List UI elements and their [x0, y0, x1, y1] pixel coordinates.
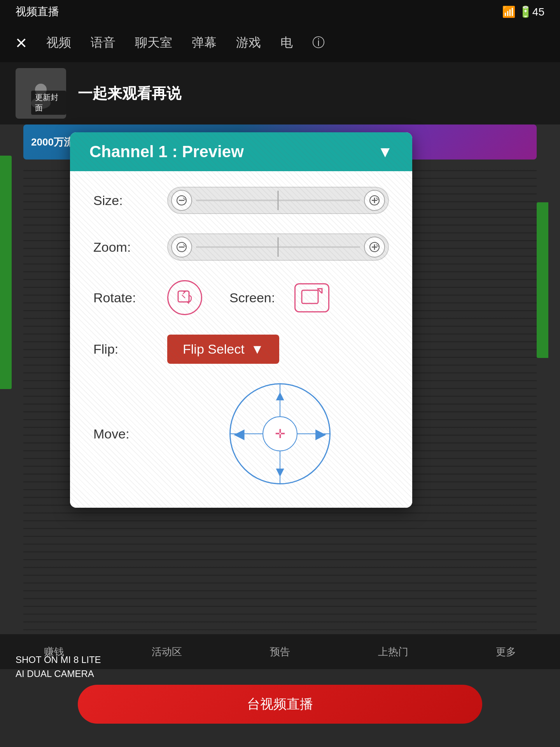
cta-label: 台视频直播: [247, 695, 313, 713]
panel-header[interactable]: Channel 1 : Preview ▼: [70, 132, 412, 171]
cta-button[interactable]: 台视频直播: [78, 685, 482, 724]
flip-select-button[interactable]: Flip Select ▼: [167, 335, 279, 364]
green-sidebar-left: [0, 156, 12, 389]
rotate-screen-group: Screen:: [167, 280, 329, 315]
flip-select-arrow: ▼: [251, 342, 264, 357]
nav-electric[interactable]: 电: [280, 34, 293, 51]
close-button[interactable]: ×: [16, 32, 27, 54]
nav-info-icon[interactable]: ⓘ: [312, 34, 325, 51]
panel-body: Size:: [70, 171, 412, 508]
top-navigation: × 视频 语音 聊天室 弹幕 游戏 电 ⓘ: [0, 23, 560, 62]
channel-title: 一起来观看再说: [78, 84, 181, 103]
zoom-divider: [278, 237, 279, 257]
size-decrease-button[interactable]: [171, 190, 192, 211]
nav-barrage[interactable]: 弹幕: [192, 34, 217, 51]
zoom-slider[interactable]: [167, 233, 389, 261]
flip-control-row: Flip: Flip Select ▼: [93, 335, 389, 364]
channel-header: 更新封面 一起来观看再说: [0, 62, 560, 124]
flip-label: Flip:: [93, 342, 156, 357]
move-control-row: Move: ▲ ▼ ◀ ▶: [93, 383, 389, 484]
status-bar: 视频直播 📶 🔋45: [0, 0, 560, 23]
nav-game[interactable]: 游戏: [236, 34, 261, 51]
tab-trending[interactable]: 上热门: [378, 645, 408, 659]
screen-label-text: Screen:: [229, 290, 275, 305]
panel-dropdown-arrow[interactable]: ▼: [377, 143, 393, 161]
zoom-out-icon: [176, 242, 187, 253]
move-down-button[interactable]: ▼: [273, 464, 287, 480]
tab-activity[interactable]: 活动区: [152, 645, 182, 659]
tab-preview[interactable]: 预告: [270, 645, 290, 659]
watermark-line2: AI DUAL CAMERA: [16, 667, 101, 681]
rotate-icon: [175, 288, 194, 307]
dpad-container: ▲ ▼ ◀ ▶ ✛: [229, 383, 331, 484]
minus-zoom-icon: [176, 195, 187, 206]
channel-preview-panel: Channel 1 : Preview ▼ Size:: [70, 132, 412, 508]
status-time: 视频直播: [16, 4, 59, 19]
svg-line-9: [376, 198, 378, 200]
size-control-row: Size:: [93, 187, 389, 214]
svg-line-12: [183, 244, 186, 247]
zoom-decrease-button[interactable]: [171, 237, 192, 258]
move-center-button[interactable]: ✛: [262, 416, 298, 451]
size-divider: [278, 191, 279, 210]
svg-rect-20: [302, 290, 318, 303]
size-increase-button[interactable]: [364, 190, 385, 211]
watermark-line1: SHOT ON MI 8 LITE: [16, 653, 101, 667]
nav-voice[interactable]: 语音: [91, 34, 116, 51]
rotate-button[interactable]: [167, 280, 202, 315]
svg-line-19: [182, 295, 185, 298]
svg-line-5: [183, 198, 186, 200]
move-label: Move:: [93, 426, 156, 442]
screen-button[interactable]: [294, 283, 329, 312]
size-label: Size:: [93, 193, 156, 208]
size-track: [196, 200, 360, 201]
status-icons: 📶 🔋45: [502, 5, 544, 18]
rotate-label: Rotate:: [93, 290, 156, 305]
plus-zoom-icon: [369, 195, 380, 206]
dpad-circle: ▲ ▼ ◀ ▶ ✛: [229, 383, 331, 484]
watermark: SHOT ON MI 8 LITE AI DUAL CAMERA: [16, 653, 101, 681]
zoom-control-row: Zoom:: [93, 233, 389, 261]
zoom-label: Zoom:: [93, 240, 156, 255]
flip-select-label: Flip Select: [183, 342, 245, 357]
move-left-button[interactable]: ◀: [234, 426, 245, 442]
nav-chat[interactable]: 聊天室: [135, 34, 172, 51]
update-cover-button[interactable]: 更新封面: [31, 91, 66, 115]
panel-title: Channel 1 : Preview: [89, 142, 244, 161]
size-slider[interactable]: [167, 187, 389, 214]
zoom-increase-button[interactable]: [364, 237, 385, 258]
screen-icon: [300, 288, 324, 307]
rotate-screen-row: Rotate: Screen:: [93, 280, 389, 315]
zoom-in-icon: [369, 242, 380, 253]
tab-more[interactable]: 更多: [496, 645, 516, 659]
move-up-button[interactable]: ▲: [273, 388, 287, 404]
nav-video[interactable]: 视频: [46, 34, 71, 51]
zoom-track: [196, 246, 360, 248]
svg-line-16: [376, 244, 378, 247]
green-sidebar-right: [537, 202, 548, 358]
move-right-button[interactable]: ▶: [315, 426, 326, 442]
